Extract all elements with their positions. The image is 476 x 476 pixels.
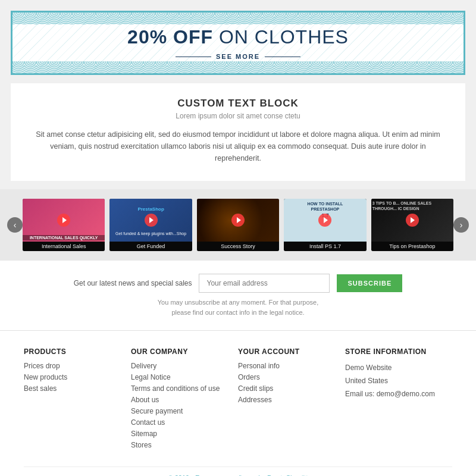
- footer-columns: PRODUCTS Prices drop New products Best s…: [24, 347, 452, 452]
- how-to-text: HOW TO INSTALLPRESTASHOP: [284, 201, 366, 212]
- footer-link-prices-drop[interactable]: Prices drop: [24, 362, 131, 370]
- footer-products-title: PRODUCTS: [24, 347, 131, 356]
- see-more-label: SEE MORE: [216, 53, 260, 60]
- video-items: INTERNATIONAL SALES QUICKLY Internationa…: [23, 199, 453, 251]
- video-caption: Get funded & keep plugins with...Shop: [109, 231, 192, 236]
- text-block-subtitle: Lorem ipsum dolor sit amet conse ctetu: [35, 112, 441, 120]
- video-label: Success Story: [197, 242, 279, 251]
- video-section: ‹ INTERNATIONAL SALES QUICKLY Internatio…: [0, 189, 476, 261]
- video-label: Get Funded: [109, 242, 192, 251]
- list-item[interactable]: Success Story: [197, 199, 279, 251]
- footer-copyright: © 2019 - Ecommerce software by PrestaSho…: [24, 466, 452, 476]
- footer-store-details: Demo Website United States Email us: dem…: [345, 362, 452, 400]
- footer-link-orders[interactable]: Orders: [238, 373, 345, 381]
- video-carousel: INTERNATIONAL SALES QUICKLY Internationa…: [0, 199, 476, 251]
- footer-col-our-company: OUR COMPANY Delivery Legal Notice Terms …: [131, 347, 238, 452]
- banner-on-clothes-text: ON CLOTHES: [213, 26, 349, 48]
- list-item[interactable]: HOW TO INSTALLPRESTASHOP 1.7 Install PS …: [284, 199, 366, 251]
- tips-text: 3 TIPS TO B... ONLINE SALES THROUGH... I…: [372, 201, 452, 211]
- banner-see-more[interactable]: SEE MORE: [30, 53, 446, 60]
- video-thumbnail: INTERNATIONAL SALES QUICKLY: [23, 199, 105, 242]
- footer-link-terms[interactable]: Terms and conditions of use: [131, 384, 238, 393]
- footer-link-new-products[interactable]: New products: [24, 373, 131, 381]
- text-block-title: CUSTOM TEXT BLOCK: [35, 98, 441, 109]
- footer-store-info-title: STORE INFORMATION: [345, 347, 452, 356]
- footer-link-about[interactable]: About us: [131, 396, 238, 404]
- play-icon: [318, 214, 331, 227]
- play-icon: [406, 214, 419, 227]
- footer-link-sitemap[interactable]: Sitemap: [131, 430, 238, 438]
- footer-link-personal-info[interactable]: Personal info: [238, 362, 345, 370]
- video-thumbnail: PrestaShop Get funded & keep plugins wit…: [109, 199, 192, 242]
- email-input[interactable]: [199, 274, 330, 293]
- footer-link-addresses[interactable]: Addresses: [238, 396, 345, 404]
- video-label: International Sales: [23, 242, 105, 251]
- play-icon: [231, 214, 245, 227]
- wave-bottom: [12, 61, 464, 73]
- prestashop-logo: PrestaShop: [109, 203, 192, 212]
- footer-col-store-info: STORE INFORMATION Demo Website United St…: [345, 347, 452, 452]
- footer-link-secure-payment[interactable]: Secure payment: [131, 407, 238, 415]
- footer-link-best-sales[interactable]: Best sales: [24, 384, 131, 393]
- video-label: Install PS 1.7: [284, 242, 366, 251]
- banner-section: 20% OFF ON CLOTHES SEE MORE: [11, 11, 465, 75]
- footer-col-your-account: YOUR ACCOUNT Personal info Orders Credit…: [238, 347, 345, 452]
- newsletter-note: You may unsubscribe at any moment. For t…: [158, 298, 318, 317]
- footer-our-company-title: OUR COMPANY: [131, 347, 238, 356]
- carousel-prev-button[interactable]: ‹: [7, 217, 23, 233]
- video-thumbnail: [197, 199, 279, 242]
- video-thumbnail: HOW TO INSTALLPRESTASHOP 1.7: [284, 199, 366, 242]
- text-block-section: CUSTOM TEXT BLOCK Lorem ipsum dolor sit …: [11, 83, 465, 181]
- footer-link-credit-slips[interactable]: Credit slips: [238, 384, 345, 393]
- list-item[interactable]: 3 TIPS TO B... ONLINE SALES THROUGH... I…: [371, 199, 453, 251]
- play-icon: [145, 214, 158, 227]
- subscribe-button[interactable]: SUBSCRIBE: [337, 274, 402, 292]
- footer-link-delivery[interactable]: Delivery: [131, 362, 238, 370]
- footer-your-account-title: YOUR ACCOUNT: [238, 347, 345, 356]
- wave-top: [12, 12, 464, 24]
- play-icon: [57, 214, 70, 227]
- list-item[interactable]: PrestaShop Get funded & keep plugins wit…: [109, 199, 192, 251]
- footer-section: PRODUCTS Prices drop New products Best s…: [0, 330, 476, 476]
- footer-col-products: PRODUCTS Prices drop New products Best s…: [24, 347, 131, 452]
- banner-off-text: 20% OFF: [127, 26, 213, 48]
- footer-link-stores[interactable]: Stores: [131, 441, 238, 449]
- video-overlay: INTERNATIONAL SALES QUICKLY: [23, 235, 105, 240]
- newsletter-label: Get our latest news and special sales: [74, 279, 192, 287]
- footer-link-contact[interactable]: Contact us: [131, 418, 238, 427]
- newsletter-row: Get our latest news and special sales SU…: [24, 274, 452, 293]
- newsletter-section: Get our latest news and special sales SU…: [0, 261, 476, 330]
- list-item[interactable]: INTERNATIONAL SALES QUICKLY Internationa…: [23, 199, 105, 251]
- video-label: Tips on Prestashop: [371, 242, 453, 251]
- footer-link-legal-notice[interactable]: Legal Notice: [131, 373, 238, 381]
- banner-title: 20% OFF ON CLOTHES: [30, 26, 446, 48]
- text-block-body: Sit amet conse ctetur adipisicing elit, …: [35, 129, 441, 164]
- carousel-next-button[interactable]: ›: [453, 217, 469, 233]
- video-thumbnail: 3 TIPS TO B... ONLINE SALES THROUGH... I…: [371, 199, 453, 242]
